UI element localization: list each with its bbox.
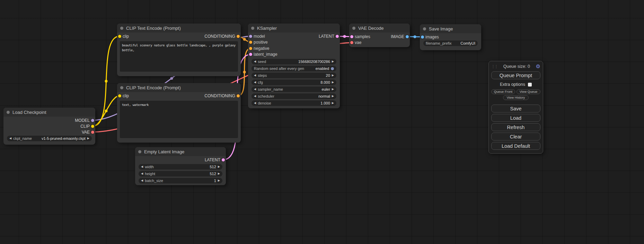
node-header[interactable]: Load Checkpoint	[3, 108, 95, 117]
widget-value: v1-5-pruned-emaonly.ckpt	[42, 136, 86, 141]
node-clip-text-encode-negative[interactable]: CLIP Text Encode (Prompt) clip CONDITION…	[117, 83, 241, 143]
image-output-port[interactable]	[406, 35, 409, 38]
model-output-port[interactable]	[91, 119, 94, 122]
increment-arrow-icon[interactable]: ▶	[218, 172, 220, 175]
latent-output-port[interactable]	[222, 158, 225, 161]
link-midpoint-dot	[170, 77, 173, 80]
collapse-dot[interactable]	[120, 86, 123, 89]
view-queue-button[interactable]: View Queue	[517, 89, 540, 94]
settings-gear-icon[interactable]: ⚙	[536, 63, 540, 70]
collapse-dot[interactable]	[7, 111, 10, 114]
scheduler-widget[interactable]: ◀ scheduler normal ▶	[252, 93, 336, 99]
collapse-dot[interactable]	[120, 27, 123, 30]
widget-value: 512	[210, 165, 216, 169]
queue-prompt-button[interactable]: Queue Prompt	[491, 71, 540, 79]
node-header[interactable]: CLIP Text Encode (Prompt)	[117, 24, 241, 33]
slot-row: VAE	[3, 129, 95, 135]
widget-value: normal	[318, 94, 330, 98]
increment-arrow-icon[interactable]: ▶	[218, 179, 220, 182]
increment-arrow-icon[interactable]: ▶	[332, 60, 334, 63]
node-header[interactable]: Empty Latent Image	[135, 147, 226, 156]
filename-prefix-widget[interactable]: filename_prefix ComfyUI	[423, 40, 478, 46]
ckpt-name-widget[interactable]: ◀ ckpt_name v1-5-pruned-emaonly.ckpt ▶	[7, 136, 92, 141]
decrement-arrow-icon[interactable]: ◀	[254, 74, 256, 77]
node-ksampler[interactable]: KSampler model LATENT positive negative …	[248, 24, 340, 108]
clip-input-port[interactable]	[118, 35, 121, 38]
refresh-button[interactable]: Refresh	[491, 123, 540, 131]
node-header[interactable]: Save Image	[420, 24, 481, 33]
collapse-dot[interactable]	[251, 27, 254, 30]
height-widget[interactable]: ◀ height 512 ▶	[139, 171, 222, 177]
save-button[interactable]: Save	[491, 105, 540, 112]
collapse-dot[interactable]	[352, 27, 355, 30]
positive-prompt-textarea[interactable]: beautiful scenery nature glass bottle la…	[120, 41, 238, 72]
load-button[interactable]: Load	[491, 114, 540, 122]
steps-widget[interactable]: ◀ steps 20 ▶	[252, 73, 336, 78]
increment-arrow-icon[interactable]: ▶	[332, 81, 334, 84]
increment-arrow-icon[interactable]: ▶	[332, 95, 334, 98]
increment-arrow-icon[interactable]: ▶	[332, 102, 334, 105]
decrement-arrow-icon[interactable]: ◀	[254, 102, 256, 105]
widget-label: steps	[258, 73, 267, 78]
node-header[interactable]: CLIP Text Encode (Prompt)	[117, 83, 241, 92]
latent-image-input-port[interactable]	[249, 53, 252, 56]
slot-row: CLIP	[3, 123, 95, 129]
latent-output-port[interactable]	[336, 35, 339, 38]
slot-label-images: images	[425, 35, 439, 39]
history-button-row: View History	[491, 95, 540, 100]
denoise-widget[interactable]: ◀ denoise 1.000 ▶	[252, 100, 336, 106]
clear-button[interactable]: Clear	[491, 133, 540, 141]
conditioning-output-port[interactable]	[237, 94, 240, 97]
random-seed-toggle[interactable]: Random seed after every gen enabled	[252, 66, 336, 71]
decrement-arrow-icon[interactable]: ◀	[141, 179, 143, 182]
node-load-checkpoint[interactable]: Load Checkpoint MODEL CLIP VAE ◀ ckpt_na…	[3, 108, 95, 145]
node-header[interactable]: KSampler	[248, 24, 340, 33]
collapse-dot[interactable]	[138, 150, 141, 153]
model-input-port[interactable]	[249, 35, 252, 38]
decrement-arrow-icon[interactable]: ◀	[254, 88, 256, 91]
cfg-widget[interactable]: ◀ cfg 8.000 ▶	[252, 80, 336, 85]
sampler-name-widget[interactable]: ◀ sampler_name euler ▶	[252, 87, 336, 92]
load-default-button[interactable]: Load Default	[491, 142, 540, 150]
vae-output-port[interactable]	[91, 130, 94, 134]
node-header[interactable]: VAE Decode	[349, 24, 410, 33]
decrement-arrow-icon[interactable]: ◀	[9, 137, 11, 140]
increment-arrow-icon[interactable]: ▶	[332, 88, 334, 91]
vae-input-port[interactable]	[350, 41, 353, 44]
view-history-button[interactable]: View History	[503, 95, 529, 100]
samples-input-port[interactable]	[350, 35, 353, 38]
negative-input-port[interactable]	[249, 47, 252, 50]
toggle-indicator[interactable]	[331, 67, 334, 70]
decrement-arrow-icon[interactable]: ◀	[141, 165, 143, 168]
slot-label-latent-image: latent_image	[254, 52, 277, 57]
increment-arrow-icon[interactable]: ▶	[87, 137, 89, 140]
decrement-arrow-icon[interactable]: ◀	[141, 172, 143, 175]
positive-input-port[interactable]	[249, 41, 252, 44]
clip-output-port[interactable]	[91, 125, 94, 128]
batch-size-widget[interactable]: ◀ batch_size 1 ▶	[139, 178, 222, 183]
node-graph-canvas[interactable]: Load Checkpoint MODEL CLIP VAE ◀ ckpt_na…	[0, 0, 644, 244]
negative-prompt-textarea[interactable]: text, watermark	[120, 101, 238, 138]
images-input-port[interactable]	[421, 35, 424, 38]
decrement-arrow-icon[interactable]: ◀	[254, 81, 256, 84]
slot-label-vae: VAE	[82, 130, 90, 135]
node-vae-decode[interactable]: VAE Decode samples IMAGE vae	[349, 24, 410, 47]
seed-widget[interactable]: ◀ seed 156680208700286 ▶	[252, 59, 336, 64]
drag-handle-icon[interactable]: ⋮⋮	[491, 64, 497, 69]
link-midpoint-dot	[414, 35, 416, 38]
slot-label-image: IMAGE	[391, 34, 404, 39]
increment-arrow-icon[interactable]: ▶	[332, 74, 334, 77]
decrement-arrow-icon[interactable]: ◀	[254, 95, 256, 98]
extra-options-checkbox[interactable]	[528, 83, 532, 87]
node-clip-text-encode-positive[interactable]: CLIP Text Encode (Prompt) clip CONDITION…	[117, 24, 241, 76]
queue-front-button[interactable]: Queue Front	[491, 89, 515, 94]
widget-label: ckpt_name	[13, 136, 32, 141]
conditioning-output-port[interactable]	[237, 35, 240, 38]
collapse-dot[interactable]	[423, 27, 426, 30]
node-save-image[interactable]: Save Image images filename_prefix ComfyU…	[420, 24, 481, 50]
width-widget[interactable]: ◀ width 512 ▶	[139, 164, 222, 170]
clip-input-port[interactable]	[118, 94, 121, 97]
node-empty-latent-image[interactable]: Empty Latent Image LATENT ◀ width 512 ▶ …	[135, 147, 226, 185]
increment-arrow-icon[interactable]: ▶	[218, 165, 220, 168]
decrement-arrow-icon[interactable]: ◀	[254, 60, 256, 63]
